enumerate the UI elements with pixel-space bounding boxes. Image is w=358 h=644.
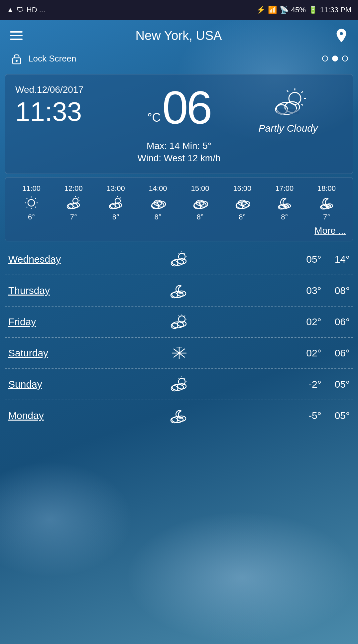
- hd-label: HD ...: [27, 6, 45, 14]
- current-time: 11:33: [15, 98, 124, 125]
- saturday-min: 02°: [306, 347, 321, 359]
- night-cloudy-icon-2: [319, 196, 335, 209]
- wednesday-icon: [145, 251, 213, 267]
- svg-point-12: [28, 199, 35, 206]
- sunday-temps: -2° 05°: [213, 379, 350, 390]
- svg-line-56: [184, 253, 185, 254]
- svg-line-68: [179, 316, 179, 316]
- svg-line-19: [35, 198, 36, 199]
- app-background: New York, USA Lock Screen Wed.12/06/2017…: [0, 20, 358, 644]
- dot-3[interactable]: [342, 56, 348, 62]
- daily-row-wednesday[interactable]: Wednesday 05° 14°: [5, 244, 353, 275]
- svg-line-57: [179, 253, 179, 254]
- daily-forecast-section: Wednesday 05° 14° Thursday: [5, 244, 353, 431]
- weather-details: Max: 14 Min: 5° Wind: West 12 km/h: [15, 141, 343, 164]
- day-monday: Monday: [8, 410, 145, 421]
- status-left: ▲ 🛡 HD ...: [7, 6, 45, 14]
- lockscreen-row: Lock Screen: [0, 51, 358, 71]
- svg-line-3: [301, 91, 303, 93]
- hourly-item-0: 11:00 6°: [10, 184, 53, 221]
- svg-line-18: [35, 207, 36, 207]
- date-time-section: Wed.12/06/2017 11:33: [15, 84, 124, 125]
- saturday-max: 06°: [335, 347, 350, 359]
- thursday-temps: 03° 08°: [213, 285, 350, 296]
- friday-weather-icon: [169, 314, 189, 330]
- clock-status: 11:33 PM: [320, 6, 351, 14]
- day-friday: Friday: [8, 316, 145, 327]
- saturday-weather-icon: [169, 345, 189, 361]
- friday-icon: [145, 314, 213, 330]
- sunday-min: -2°: [308, 379, 321, 390]
- day-thursday: Thursday: [8, 285, 145, 296]
- cloudy-icon-2: [192, 196, 208, 209]
- page-dots: [322, 56, 348, 62]
- battery-icon: 🔋: [308, 6, 317, 14]
- svg-line-5: [301, 104, 303, 105]
- daily-row-sunday[interactable]: Sunday -2° 05°: [5, 369, 353, 400]
- wind-info: Wind: West 12 km/h: [15, 153, 343, 164]
- hourly-item-5: 16:00 8°: [221, 184, 263, 221]
- svg-point-86: [178, 384, 186, 389]
- monday-weather-icon: [169, 408, 189, 424]
- hourly-item-7: 18:00 7°: [305, 184, 348, 221]
- daily-row-thursday[interactable]: Thursday 03° 08°: [5, 275, 353, 307]
- thursday-min: 03°: [306, 285, 321, 296]
- cloudy-icon-3: [234, 196, 250, 209]
- partly-cloudy-icon: [65, 196, 81, 209]
- lock-icon: [10, 51, 23, 66]
- hourly-item-3: 14:00 8°: [137, 184, 179, 221]
- night-cloudy-icon: [277, 196, 293, 209]
- svg-line-6: [287, 90, 288, 92]
- sim-icon: ▲: [7, 6, 14, 14]
- bluetooth-icon: ⚡: [256, 6, 265, 14]
- sunday-weather-icon: [169, 376, 189, 392]
- thursday-weather-icon: [169, 283, 189, 299]
- temp-unit: °C: [147, 111, 161, 124]
- hourly-item-6: 17:00 8°: [263, 184, 305, 221]
- dot-2[interactable]: [332, 56, 338, 62]
- app-header: New York, USA: [0, 20, 358, 51]
- lock-screen-label: Lock Screen: [28, 54, 76, 64]
- daily-row-friday[interactable]: Friday 02° 06°: [5, 307, 353, 338]
- wednesday-min: 05°: [306, 254, 321, 265]
- partly-cloudy-icon-2: [108, 196, 124, 209]
- svg-line-20: [27, 207, 27, 207]
- day-saturday: Saturday: [8, 347, 145, 359]
- saturday-icon: [145, 345, 213, 361]
- friday-temps: 02° 06°: [213, 316, 350, 327]
- hourly-item-1: 12:00 7°: [53, 184, 95, 221]
- monday-min: -5°: [308, 410, 321, 421]
- saturday-temps: 02° 06°: [213, 347, 350, 359]
- status-right: ⚡ 📶 📡 45% 🔋 11:33 PM: [256, 6, 351, 14]
- svg-rect-11: [277, 109, 299, 114]
- friday-max: 06°: [335, 316, 350, 327]
- hourly-forecast-card: 11:00 6° 12:00: [5, 177, 353, 241]
- location-icon[interactable]: [335, 28, 348, 43]
- day-sunday: Sunday: [8, 379, 145, 390]
- svg-line-31: [120, 197, 121, 198]
- wifi-icon: 📶: [268, 6, 277, 14]
- sunday-max: 05°: [335, 379, 350, 390]
- city-title: New York, USA: [136, 29, 222, 43]
- status-bar: ▲ 🛡 HD ... ⚡ 📶 📡 45% 🔋 11:33 PM: [0, 0, 358, 20]
- monday-icon: [145, 408, 213, 424]
- day-wednesday: Wednesday: [8, 254, 145, 265]
- more-link[interactable]: More ...: [10, 221, 348, 236]
- dot-1[interactable]: [322, 56, 328, 62]
- temperature-value: 06: [162, 81, 211, 134]
- svg-line-67: [184, 316, 185, 316]
- daily-row-monday[interactable]: Monday -5° 05°: [5, 400, 353, 431]
- weather-condition: Partly Cloudy: [259, 123, 318, 134]
- hourly-grid: 11:00 6° 12:00: [10, 184, 348, 221]
- daily-row-saturday[interactable]: Saturday 02° 06°: [5, 338, 353, 369]
- svg-line-17: [27, 198, 27, 199]
- wednesday-temps: 05° 14°: [213, 254, 350, 265]
- lock-screen-button[interactable]: Lock Screen: [10, 51, 76, 66]
- friday-min: 02°: [306, 316, 321, 327]
- svg-line-82: [184, 378, 185, 379]
- current-date: Wed.12/06/2017: [15, 84, 124, 95]
- monday-temps: -5° 05°: [213, 410, 350, 421]
- current-weather-card: Wed.12/06/2017 11:33 °C 06: [5, 74, 353, 174]
- hamburger-menu[interactable]: [10, 31, 23, 40]
- temperature-section: °C 06: [124, 84, 233, 131]
